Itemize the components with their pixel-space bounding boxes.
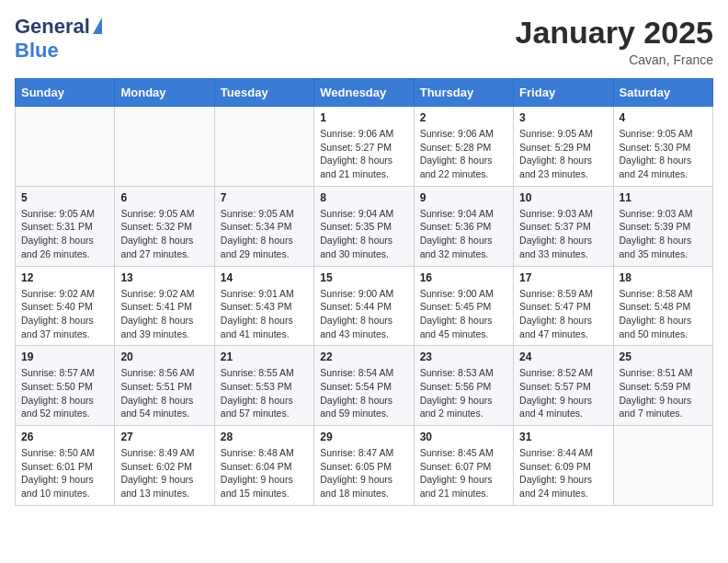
calendar-cell [613, 426, 712, 506]
calendar-cell: 22Sunrise: 8:54 AM Sunset: 5:54 PM Dayli… [314, 346, 414, 426]
day-content: Sunrise: 9:02 AM Sunset: 5:41 PM Dayligh… [120, 287, 208, 341]
day-content: Sunrise: 9:05 AM Sunset: 5:30 PM Dayligh… [620, 127, 707, 181]
weekday-header: Tuesday [214, 79, 313, 107]
day-content: Sunrise: 9:04 AM Sunset: 5:36 PM Dayligh… [420, 207, 507, 261]
day-number: 18 [620, 271, 707, 284]
day-content: Sunrise: 8:54 AM Sunset: 5:54 PM Dayligh… [320, 366, 407, 420]
day-number: 1 [320, 111, 407, 124]
day-number: 12 [21, 271, 108, 284]
calendar-cell: 24Sunrise: 8:52 AM Sunset: 5:57 PM Dayli… [514, 346, 613, 426]
day-number: 26 [21, 431, 108, 443]
day-content: Sunrise: 8:48 AM Sunset: 6:04 PM Dayligh… [221, 446, 308, 500]
logo: General Blue [15, 15, 102, 63]
weekday-header: Monday [115, 79, 214, 107]
calendar-cell: 11Sunrise: 9:03 AM Sunset: 5:39 PM Dayli… [613, 186, 712, 266]
day-number: 23 [420, 350, 507, 363]
weekday-header: Sunday [16, 79, 115, 107]
day-content: Sunrise: 8:44 AM Sunset: 6:09 PM Dayligh… [519, 446, 607, 500]
day-number: 25 [620, 350, 707, 363]
day-number: 14 [221, 271, 308, 284]
calendar-cell: 5Sunrise: 9:05 AM Sunset: 5:31 PM Daylig… [16, 186, 115, 266]
day-content: Sunrise: 9:05 AM Sunset: 5:31 PM Dayligh… [21, 207, 108, 261]
day-content: Sunrise: 8:45 AM Sunset: 6:07 PM Dayligh… [420, 446, 507, 500]
day-content: Sunrise: 8:59 AM Sunset: 5:47 PM Dayligh… [519, 287, 607, 341]
day-number: 8 [320, 191, 407, 204]
calendar-week-row: 12Sunrise: 9:02 AM Sunset: 5:40 PM Dayli… [16, 266, 713, 346]
calendar-cell: 27Sunrise: 8:49 AM Sunset: 6:02 PM Dayli… [115, 426, 214, 506]
calendar-cell: 2Sunrise: 9:06 AM Sunset: 5:28 PM Daylig… [414, 107, 513, 187]
calendar-cell [214, 107, 313, 187]
day-number: 22 [320, 350, 407, 363]
day-content: Sunrise: 9:05 AM Sunset: 5:29 PM Dayligh… [519, 127, 607, 181]
calendar-cell: 30Sunrise: 8:45 AM Sunset: 6:07 PM Dayli… [414, 426, 513, 506]
day-number: 4 [620, 111, 707, 124]
day-number: 13 [120, 271, 208, 284]
calendar-cell: 31Sunrise: 8:44 AM Sunset: 6:09 PM Dayli… [514, 426, 613, 506]
calendar-week-row: 5Sunrise: 9:05 AM Sunset: 5:31 PM Daylig… [16, 186, 713, 266]
day-number: 3 [519, 111, 607, 124]
day-number: 17 [519, 271, 607, 284]
calendar-week-row: 26Sunrise: 8:50 AM Sunset: 6:01 PM Dayli… [16, 426, 713, 506]
day-content: Sunrise: 9:06 AM Sunset: 5:28 PM Dayligh… [420, 127, 507, 181]
calendar-cell: 21Sunrise: 8:55 AM Sunset: 5:53 PM Dayli… [214, 346, 313, 426]
day-content: Sunrise: 9:01 AM Sunset: 5:43 PM Dayligh… [221, 287, 308, 341]
calendar-week-row: 1Sunrise: 9:06 AM Sunset: 5:27 PM Daylig… [16, 107, 713, 187]
day-number: 7 [221, 191, 308, 204]
day-content: Sunrise: 9:02 AM Sunset: 5:40 PM Dayligh… [21, 287, 108, 341]
location: Cavan, France [516, 52, 714, 67]
calendar-cell: 12Sunrise: 9:02 AM Sunset: 5:40 PM Dayli… [16, 266, 115, 346]
day-content: Sunrise: 9:04 AM Sunset: 5:35 PM Dayligh… [320, 207, 407, 261]
calendar-cell: 1Sunrise: 9:06 AM Sunset: 5:27 PM Daylig… [314, 107, 414, 187]
day-number: 31 [519, 431, 607, 443]
day-content: Sunrise: 9:05 AM Sunset: 5:34 PM Dayligh… [221, 207, 308, 261]
day-content: Sunrise: 8:56 AM Sunset: 5:51 PM Dayligh… [120, 366, 208, 420]
calendar-cell: 3Sunrise: 9:05 AM Sunset: 5:29 PM Daylig… [514, 107, 613, 187]
day-content: Sunrise: 9:05 AM Sunset: 5:32 PM Dayligh… [120, 207, 208, 261]
calendar-cell: 23Sunrise: 8:53 AM Sunset: 5:56 PM Dayli… [414, 346, 513, 426]
day-number: 20 [120, 350, 208, 363]
day-number: 16 [420, 271, 507, 284]
calendar-cell: 18Sunrise: 8:58 AM Sunset: 5:48 PM Dayli… [613, 266, 712, 346]
weekday-header: Thursday [414, 79, 513, 107]
day-content: Sunrise: 8:47 AM Sunset: 6:05 PM Dayligh… [320, 446, 407, 500]
day-number: 24 [519, 350, 607, 363]
day-number: 9 [420, 191, 507, 204]
day-number: 10 [519, 191, 607, 204]
logo-general: General [15, 15, 90, 39]
day-content: Sunrise: 9:00 AM Sunset: 5:44 PM Dayligh… [320, 287, 407, 341]
calendar-cell: 26Sunrise: 8:50 AM Sunset: 6:01 PM Dayli… [16, 426, 115, 506]
day-number: 30 [420, 431, 507, 443]
day-number: 28 [221, 431, 308, 443]
calendar-table: SundayMondayTuesdayWednesdayThursdayFrid… [15, 78, 713, 506]
calendar-cell [115, 107, 214, 187]
calendar-cell: 6Sunrise: 9:05 AM Sunset: 5:32 PM Daylig… [115, 186, 214, 266]
calendar-cell: 28Sunrise: 8:48 AM Sunset: 6:04 PM Dayli… [214, 426, 313, 506]
calendar-cell: 16Sunrise: 9:00 AM Sunset: 5:45 PM Dayli… [414, 266, 513, 346]
day-content: Sunrise: 9:00 AM Sunset: 5:45 PM Dayligh… [420, 287, 507, 341]
calendar-cell: 7Sunrise: 9:05 AM Sunset: 5:34 PM Daylig… [214, 186, 313, 266]
calendar-cell: 25Sunrise: 8:51 AM Sunset: 5:59 PM Dayli… [613, 346, 712, 426]
calendar-cell: 15Sunrise: 9:00 AM Sunset: 5:44 PM Dayli… [314, 266, 414, 346]
calendar-cell: 9Sunrise: 9:04 AM Sunset: 5:36 PM Daylig… [414, 186, 513, 266]
day-content: Sunrise: 9:06 AM Sunset: 5:27 PM Dayligh… [320, 127, 407, 181]
logo-triangle-icon [93, 17, 102, 34]
day-number: 15 [320, 271, 407, 284]
day-content: Sunrise: 8:53 AM Sunset: 5:56 PM Dayligh… [420, 366, 507, 420]
calendar-header-row: SundayMondayTuesdayWednesdayThursdayFrid… [16, 79, 713, 107]
logo-blue: Blue [15, 39, 59, 62]
day-number: 11 [620, 191, 707, 204]
day-number: 29 [320, 431, 407, 443]
day-content: Sunrise: 9:03 AM Sunset: 5:39 PM Dayligh… [620, 207, 707, 261]
calendar-week-row: 19Sunrise: 8:57 AM Sunset: 5:50 PM Dayli… [16, 346, 713, 426]
calendar-cell: 10Sunrise: 9:03 AM Sunset: 5:37 PM Dayli… [514, 186, 613, 266]
month-title: January 2025 [516, 15, 714, 51]
calendar-cell: 13Sunrise: 9:02 AM Sunset: 5:41 PM Dayli… [115, 266, 214, 346]
day-content: Sunrise: 8:57 AM Sunset: 5:50 PM Dayligh… [21, 366, 108, 420]
day-content: Sunrise: 8:52 AM Sunset: 5:57 PM Dayligh… [519, 366, 607, 420]
day-number: 6 [120, 191, 208, 204]
calendar-cell: 4Sunrise: 9:05 AM Sunset: 5:30 PM Daylig… [613, 107, 712, 187]
day-number: 19 [21, 350, 108, 363]
calendar-cell: 17Sunrise: 8:59 AM Sunset: 5:47 PM Dayli… [514, 266, 613, 346]
calendar-cell: 19Sunrise: 8:57 AM Sunset: 5:50 PM Dayli… [16, 346, 115, 426]
weekday-header: Friday [514, 79, 613, 107]
